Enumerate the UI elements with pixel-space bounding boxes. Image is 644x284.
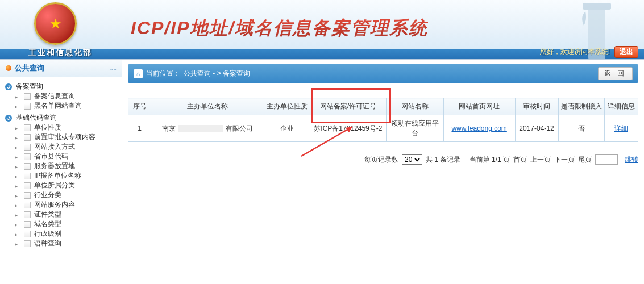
cell-seq: 1 xyxy=(128,115,151,142)
cell-audit-date: 2017-04-12 xyxy=(515,115,558,142)
header: ★ 工业和信息化部 ICP/IP地址/域名信息备案管理系统 您好，欢迎访问本系统… xyxy=(0,0,644,60)
sidebar-section-title: 公共查询 xyxy=(15,63,44,73)
cell-license-no: 苏ICP备17012459号-2 xyxy=(310,115,386,142)
tree-group-record-query[interactable]: 备案查询 xyxy=(5,82,122,91)
svg-point-3 xyxy=(5,83,12,90)
page-icon xyxy=(15,240,22,248)
tree-item[interactable]: 备案信息查询 xyxy=(15,91,122,101)
last-page-link[interactable]: 尾页 xyxy=(578,155,592,165)
page-icon xyxy=(15,93,22,101)
national-emblem-icon: ★ xyxy=(34,2,77,45)
detail-link[interactable]: 详细 xyxy=(614,124,628,132)
th-audit-date: 审核时间 xyxy=(515,98,558,115)
total-records: 共 1 条记录 xyxy=(426,155,460,165)
doc-icon xyxy=(24,173,31,179)
tree-item[interactable]: 黑名单网站查询 xyxy=(15,101,122,111)
breadcrumb-prefix: 当前位置： xyxy=(146,69,180,78)
sidebar: 公共查询 ⌄⌄ 备案查询 备案信息查询 黑名单网站查询 xyxy=(0,60,122,253)
bullet-icon xyxy=(6,65,11,71)
redacted-text xyxy=(178,125,223,132)
folder-icon xyxy=(5,83,14,91)
tree-item[interactable]: 行政级别 xyxy=(15,229,122,239)
breadcrumb-path: 公共查询 - > 备案查询 xyxy=(184,69,250,78)
collapse-icon: ⌄⌄ xyxy=(109,65,116,72)
th-license-no: 网站备案/许可证号 xyxy=(310,98,386,115)
breadcrumb: ⌂ 当前位置： 公共查询 - > 备案查询 返 回 xyxy=(128,64,638,83)
doc-icon xyxy=(24,221,31,228)
next-page-link[interactable]: 下一页 xyxy=(554,155,575,165)
cell-site-url: www.leadong.com xyxy=(443,115,515,142)
doc-icon xyxy=(24,240,31,247)
home-icon[interactable]: ⌂ xyxy=(134,69,143,78)
cell-sponsor-name: 南京有限公司 xyxy=(151,115,264,142)
doc-icon xyxy=(24,231,31,237)
cell-site-name: 领动在线应用平台 xyxy=(387,115,444,142)
doc-icon xyxy=(24,144,31,151)
cell-sponsor-type: 企业 xyxy=(264,115,310,142)
tree-item[interactable]: 行业分类 xyxy=(15,190,122,200)
page-icon xyxy=(15,133,22,141)
folder-icon xyxy=(5,114,14,122)
nav-tree: 备案查询 备案信息查询 黑名单网站查询 基础代码查询 单位性质 前置审批或专项内 xyxy=(0,77,122,253)
prev-page-link[interactable]: 上一页 xyxy=(530,155,551,165)
doc-icon xyxy=(24,211,31,218)
page-icon xyxy=(15,102,22,110)
doc-icon xyxy=(24,163,31,170)
doc-icon xyxy=(24,153,31,160)
page-icon xyxy=(15,230,22,238)
tree-item[interactable]: 单位所属分类 xyxy=(15,181,122,190)
th-seq: 序号 xyxy=(128,98,151,115)
tree-item[interactable]: 单位性质 xyxy=(15,123,122,132)
cell-restricted: 否 xyxy=(558,115,604,142)
svg-rect-1 xyxy=(583,3,611,10)
th-site-name: 网站名称 xyxy=(387,98,444,115)
site-title: ICP/IP地址/域名信息备案管理系统 xyxy=(131,16,428,41)
welcome-text: 您好，欢迎访问本系统! xyxy=(540,47,610,57)
tree-item[interactable]: 证件类型 xyxy=(15,210,122,219)
logout-button[interactable]: 退出 xyxy=(614,46,638,58)
doc-icon xyxy=(24,202,31,208)
tree-item[interactable]: 网站接入方式 xyxy=(15,142,122,152)
back-button[interactable]: 返 回 xyxy=(598,67,633,80)
page-icon xyxy=(15,220,22,228)
current-page: 当前第 1/1 页 xyxy=(470,155,510,165)
th-restricted: 是否限制接入 xyxy=(558,98,604,115)
first-page-link[interactable]: 首页 xyxy=(513,155,527,165)
th-detail: 详细信息 xyxy=(604,98,638,115)
page-icon xyxy=(15,143,22,151)
sidebar-section-header[interactable]: 公共查询 ⌄⌄ xyxy=(0,60,122,77)
page-icon xyxy=(15,182,22,190)
tree-item[interactable]: 网站服务内容 xyxy=(15,200,122,210)
tree-item[interactable]: 前置审批或专项内容 xyxy=(15,132,122,142)
tree-group-label: 基础代码查询 xyxy=(16,113,57,123)
page-icon xyxy=(15,162,22,170)
welcome-bar: 您好，欢迎访问本系统! 退出 xyxy=(540,46,638,58)
goto-link[interactable]: 跳转 xyxy=(625,155,638,165)
th-sponsor-name: 主办单位名称 xyxy=(151,98,264,115)
doc-icon xyxy=(24,103,31,110)
tree-group-label: 备案查询 xyxy=(16,82,43,91)
doc-icon xyxy=(24,134,31,141)
th-site-url: 网站首页网址 xyxy=(443,98,515,115)
goto-page-input[interactable] xyxy=(595,154,618,165)
doc-icon xyxy=(24,124,31,131)
pagination: 每页记录数 20 共 1 条记录 当前第 1/1 页 首页 上一页 下一页 尾页… xyxy=(128,154,638,165)
tree-item[interactable]: 域名类型 xyxy=(15,219,122,229)
tree-item[interactable]: 省市县代码 xyxy=(15,152,122,161)
page-icon xyxy=(15,172,22,180)
main-content: ⌂ 当前位置： 公共查询 - > 备案查询 返 回 序号 主办单位名称 主办单位… xyxy=(122,60,644,253)
tree-item[interactable]: 服务器放置地 xyxy=(15,161,122,171)
doc-icon xyxy=(24,93,31,100)
site-url-link[interactable]: www.leadong.com xyxy=(451,124,506,132)
page-icon xyxy=(15,191,22,199)
table-row: 1 南京有限公司 企业 苏ICP备17012459号-2 领动在线应用平台 ww… xyxy=(128,115,638,142)
tree-group-base-code-query[interactable]: 基础代码查询 xyxy=(5,113,122,123)
th-sponsor-type: 主办单位性质 xyxy=(264,98,310,115)
department-name: 工业和信息化部 xyxy=(28,48,92,58)
tree-item[interactable]: IP报备单位名称 xyxy=(15,171,122,181)
doc-icon xyxy=(24,182,31,189)
per-page-label: 每页记录数 xyxy=(364,155,398,165)
tree-item[interactable]: 语种查询 xyxy=(15,239,122,248)
doc-icon xyxy=(24,192,31,199)
per-page-select[interactable]: 20 xyxy=(402,154,422,165)
